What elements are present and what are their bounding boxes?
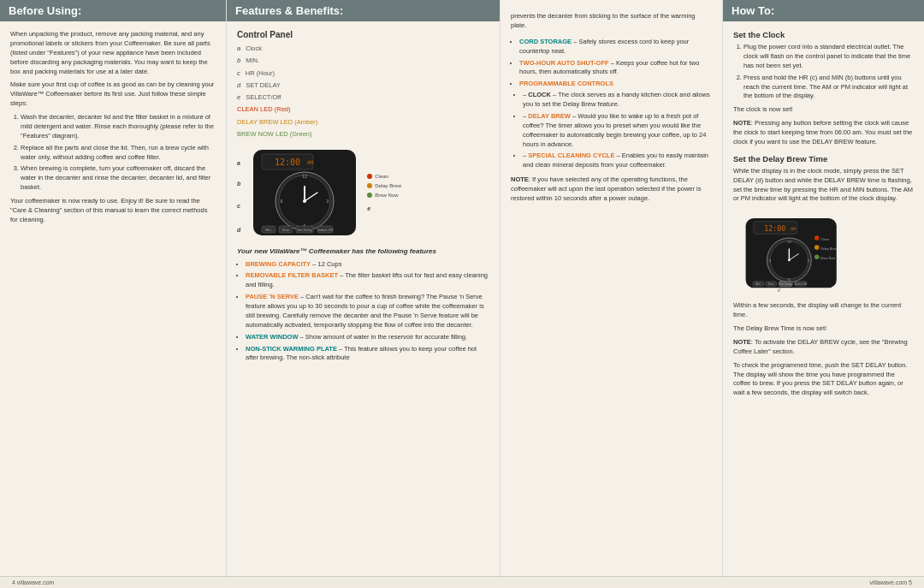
svg-text:Min.: Min.: [755, 283, 761, 287]
before-using-column: Before Using: When unpacking the product…: [0, 0, 227, 576]
features-title: Your new VillaWare™ Coffeemaker has the …: [237, 246, 489, 257]
footer-left: 4 villawave.com: [12, 579, 54, 585]
cp-item-d: d SET DELAY: [237, 80, 489, 90]
cp-item-a: a Clock: [237, 44, 489, 53]
features-header: Features & Benefits:: [227, 0, 500, 21]
cp-item-clean: CLEAN LED (Red): [237, 104, 489, 114]
svg-text:Delay Brew: Delay Brew: [820, 247, 837, 251]
para-check: To check the programmed time, push the S…: [733, 361, 914, 399]
page-footer: 4 villawave.com villawave.com 5: [0, 576, 924, 588]
feature-clock: – CLOCK – The clock serves as a handy ki…: [523, 91, 712, 110]
svg-text:Set Delay: Set Delay: [779, 283, 791, 287]
svg-text:12: 12: [787, 240, 791, 244]
set-clock-title: Set the Clock: [733, 30, 914, 39]
before-using-para2: Make sure your first cup of coffee is as…: [10, 80, 216, 109]
delay-brew-para: While the display is in the clock mode, …: [733, 167, 914, 205]
label-b: b: [237, 181, 242, 187]
prevents-text: prevents the decanter from sticking to t…: [511, 12, 712, 31]
step-3: When brewing is complete, turn your coff…: [21, 164, 216, 193]
svg-text:Brew Now: Brew Now: [820, 257, 835, 260]
clock-is-set: The clock is now set!: [733, 105, 914, 115]
led-brew-dot: [367, 193, 372, 198]
control-panel-title: Control Panel: [237, 30, 489, 39]
svg-text:12:00: 12:00: [764, 224, 785, 233]
control-panel-list: a Clock b MIN. c HR (Hour) d SET DELAY e…: [237, 44, 489, 139]
svg-text:Select Off: Select Off: [795, 283, 807, 287]
cp-item-e: e SELECT/Off: [237, 92, 489, 102]
svg-text:3: 3: [327, 199, 329, 204]
before-using-para3: Your coffeemaker is now ready to use. En…: [10, 197, 216, 225]
led-delay: Delay Brew: [367, 183, 401, 188]
feature-pause: PAUSE 'N SERVE – Can't wait for the coff…: [246, 293, 489, 330]
clock-diagram: a b c d 12:00 AM 12 3 6 9: [237, 146, 489, 240]
brew-time-set: The Delay Brew Time is now set!: [733, 324, 914, 334]
delay-brew-title: Set the Delay Brew Time: [733, 154, 914, 163]
svg-point-12: [303, 199, 306, 203]
label-a: a: [237, 160, 242, 166]
svg-point-43: [814, 236, 820, 241]
feature-cord: CORD STORAGE – Safely stores excess cord…: [519, 38, 712, 56]
note-power: NOTE: If you have selected any of the op…: [511, 175, 712, 204]
label-e: e: [367, 205, 401, 211]
display-change: Within a few seconds, the display will c…: [733, 301, 914, 320]
clock-svg: 12:00 AM 12 3 6 9 Min. Hour: [249, 146, 360, 240]
svg-text:Select Off: Select Off: [318, 228, 334, 232]
note2: NOTE: To activate the DELAY BREW cycle, …: [733, 338, 914, 357]
clock-left-labels: a b c d: [237, 153, 242, 233]
svg-text:9: 9: [281, 199, 283, 204]
feature-filter: REMOVABLE FILTER BASKET – The filter bas…: [246, 271, 489, 290]
svg-text:Set Delay: Set Delay: [298, 228, 312, 232]
features-column: Features & Benefits: Control Panel a Clo…: [227, 0, 500, 576]
more-features-list: CORD STORAGE – Safely stores excess cord…: [511, 38, 712, 170]
cp-item-b: b MIN.: [237, 56, 489, 65]
svg-point-47: [814, 255, 820, 260]
feature-warming: NON-STICK WARMING PLATE – This feature a…: [246, 345, 489, 364]
svg-text:d: d: [778, 288, 780, 293]
how-to-header: How To:: [723, 0, 924, 21]
step-2: Replace all the parts and close the lid.…: [21, 144, 216, 163]
feature-brewing: BREWING CAPACITY – 12 Cups: [246, 260, 489, 270]
before-using-steps: Wash the decanter, decanter lid and the …: [10, 113, 216, 193]
feature-water: WATER WINDOW – Show amount of water in t…: [246, 333, 489, 342]
footer-right: villawave.com 5: [870, 579, 912, 585]
svg-point-45: [814, 246, 820, 251]
prevents-para: prevents the decanter from sticking to t…: [511, 12, 712, 31]
set-clock-steps: Plug the power cord into a standard elec…: [733, 43, 914, 101]
clock-right-labels: Clean Delay Brew Brew Now e: [367, 174, 401, 211]
cp-item-c: c HR (Hour): [237, 68, 489, 78]
features-cont-column: prevents the decanter from sticking to t…: [500, 0, 723, 576]
cp-item-delay: DELAY BREW LED (Amber): [237, 117, 489, 127]
before-using-header: Before Using:: [0, 0, 226, 21]
features-list: BREWING CAPACITY – 12 Cups REMOVABLE FIL…: [237, 260, 489, 364]
label-d: d: [237, 227, 242, 233]
svg-text:AM: AM: [791, 227, 796, 231]
svg-point-33: [788, 259, 791, 262]
how-to-clock-svg: 12:00 AM 12 3 6 9 Min. Hour Set Delay Se…: [742, 213, 844, 294]
svg-text:12:00: 12:00: [275, 157, 300, 167]
led-clean-label: Clean: [375, 174, 388, 179]
how-to-column: How To: Set the Clock Plug the power cor…: [723, 0, 924, 576]
svg-text:AM: AM: [307, 159, 314, 165]
step-1: Wash the decanter, decanter lid and the …: [21, 113, 216, 141]
label-c: c: [237, 203, 242, 209]
set-clock-step-2: Press and hold the HR (c) and MIN (b) bu…: [743, 74, 914, 102]
set-clock-step-1: Plug the power cord into a standard elec…: [743, 43, 914, 71]
before-using-para1: When unpacking the product, remove any p…: [10, 30, 216, 76]
led-brew: Brew Now: [367, 193, 401, 198]
feature-shutoff: TWO-HOUR AUTO SHUT-OFF – Keeps your coff…: [519, 59, 712, 78]
svg-text:Hour: Hour: [282, 228, 290, 232]
feature-prog: PROGRAMMABLE CONTROLS – CLOCK – The cloc…: [519, 80, 712, 170]
feature-delay-brew: – DELAY BREW – Would you like to wake up…: [523, 112, 712, 150]
cp-item-brew: BREW NOW LED (Green): [237, 129, 489, 139]
led-delay-label: Delay Brew: [375, 183, 401, 188]
svg-text:12: 12: [303, 174, 308, 179]
feature-special-clean: – SPECIAL CLEANING CYCLE – Enables you t…: [523, 151, 712, 170]
led-clean-dot: [367, 174, 372, 179]
led-delay-dot: [367, 183, 372, 188]
svg-text:Clean: Clean: [820, 238, 829, 241]
svg-text:Hour: Hour: [768, 283, 775, 287]
led-brew-label: Brew Now: [375, 193, 398, 198]
led-clean: Clean: [367, 174, 401, 179]
svg-text:Min.: Min.: [266, 228, 273, 232]
note-clock: NOTE: Pressing any button before setting…: [733, 119, 914, 147]
